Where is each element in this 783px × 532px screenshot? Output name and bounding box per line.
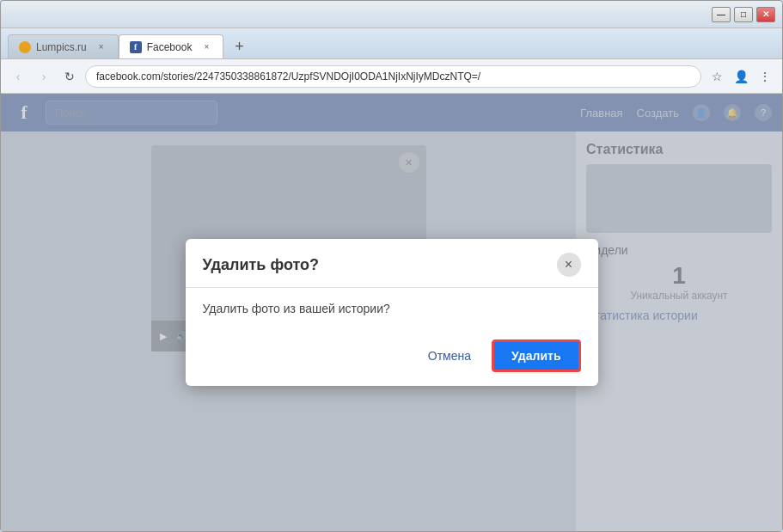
dialog-body: Удалить фото из вашей истории? (186, 288, 598, 329)
page-content: f Главная Создать 👤 🔔 ? ▶ 🔊 ··· (1, 94, 782, 531)
address-input[interactable] (85, 65, 701, 88)
refresh-button[interactable]: ↻ (59, 66, 80, 87)
tab-lumpics-close[interactable]: × (95, 41, 107, 53)
dialog-title: Удалить фото? (203, 256, 320, 274)
tab-facebook-close[interactable]: × (200, 41, 212, 53)
tab-facebook-label: Facebook (147, 41, 193, 53)
browser-window: — □ ✕ Lumpics.ru × f Facebook × + ‹ › ↻ … (0, 0, 783, 532)
lumpics-favicon-icon (19, 41, 31, 53)
tab-facebook[interactable]: f Facebook × (119, 34, 224, 58)
minimize-button[interactable]: — (712, 7, 731, 22)
user-icon[interactable]: 👤 (731, 66, 751, 87)
dialog-body-text: Удалить фото из вашей истории? (203, 302, 390, 315)
maximize-button[interactable]: □ (734, 7, 753, 22)
tab-lumpics-label: Lumpics.ru (36, 41, 87, 53)
menu-icon[interactable]: ⋮ (755, 66, 775, 87)
close-button[interactable]: ✕ (756, 7, 775, 22)
bookmark-icon[interactable]: ☆ (707, 66, 727, 87)
delete-photo-dialog: Удалить фото? × Удалить фото из вашей ис… (186, 239, 598, 386)
new-tab-button[interactable]: + (227, 36, 251, 57)
tab-lumpics[interactable]: Lumpics.ru × (8, 34, 119, 58)
back-button[interactable]: ‹ (8, 66, 28, 87)
delete-button[interactable]: Удалить (492, 339, 580, 372)
cancel-button[interactable]: Отмена (418, 342, 481, 370)
modal-overlay: Удалить фото? × Удалить фото из вашей ис… (1, 94, 782, 531)
facebook-favicon-icon: f (130, 41, 142, 53)
dialog-footer: Отмена Удалить (186, 329, 598, 386)
dialog-header: Удалить фото? × (186, 239, 598, 288)
dialog-close-button[interactable]: × (557, 253, 581, 277)
forward-button[interactable]: › (34, 66, 54, 87)
address-bar: ‹ › ↻ ☆ 👤 ⋮ (1, 59, 782, 94)
window-controls: — □ ✕ (712, 7, 775, 22)
title-bar: — □ ✕ (1, 1, 782, 28)
tab-bar: Lumpics.ru × f Facebook × + (1, 28, 782, 59)
